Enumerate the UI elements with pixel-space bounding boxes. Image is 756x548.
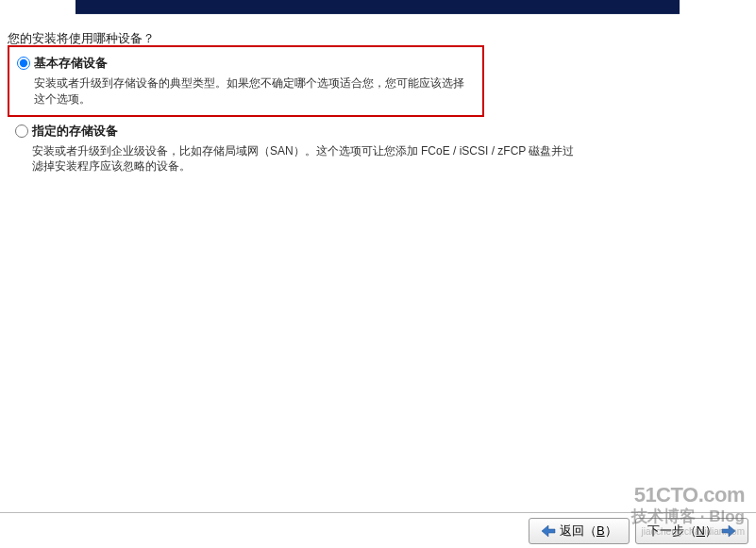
radio-basic-storage[interactable] xyxy=(17,57,30,70)
footer-bar: 返回（B） 下一步（N） xyxy=(0,512,756,548)
option-desc: 安装或者升级到企业级设备，比如存储局域网（SAN）。这个选项可让您添加 FCoE… xyxy=(32,143,580,175)
option-basic-storage[interactable]: 基本存储设备 安装或者升级到存储设备的典型类型。如果您不确定哪个选项适合您，您可… xyxy=(8,45,484,117)
back-button[interactable]: 返回（B） xyxy=(529,518,630,544)
option-specialized-storage[interactable]: 指定的存储设备 安装或者升级到企业级设备，比如存储局域网（SAN）。这个选项可让… xyxy=(8,117,587,183)
back-label: 返回（B） xyxy=(560,523,617,540)
arrow-right-icon xyxy=(721,524,736,538)
radio-specialized-storage[interactable] xyxy=(15,125,28,138)
storage-device-options: 基本存储设备 安装或者升级到存储设备的典型类型。如果您不确定哪个选项适合您，您可… xyxy=(8,45,587,182)
header-banner xyxy=(76,0,680,14)
next-button[interactable]: 下一步（N） xyxy=(635,518,748,544)
arrow-left-icon xyxy=(541,524,556,538)
option-title: 基本存储设备 xyxy=(34,55,475,72)
next-label: 下一步（N） xyxy=(647,523,717,540)
watermark-top: 51CTO.com xyxy=(631,483,745,507)
option-desc: 安装或者升级到存储设备的典型类型。如果您不确定哪个选项适合您，您可能应该选择这个… xyxy=(34,75,475,108)
option-title: 指定的存储设备 xyxy=(32,123,580,140)
